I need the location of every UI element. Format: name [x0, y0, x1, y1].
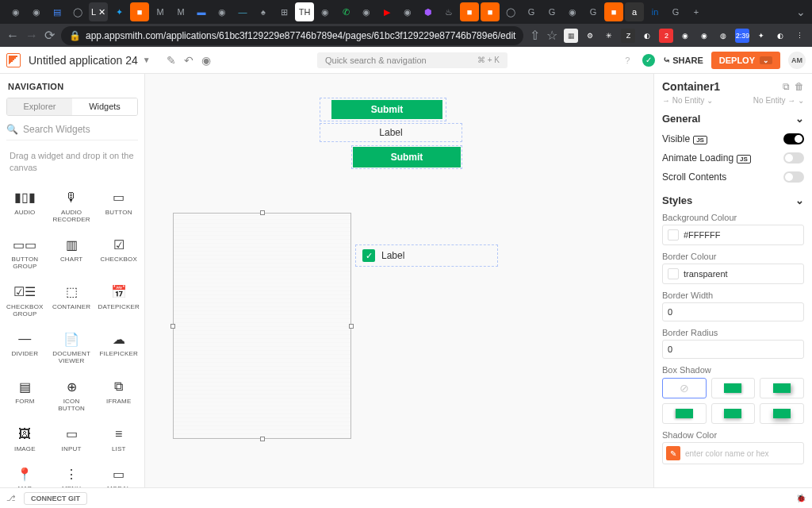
widget-list[interactable]: ≡LIST: [96, 421, 141, 458]
tab-icon[interactable]: ♨: [439, 2, 458, 21]
widget-container[interactable]: ⬚CONTAINER: [50, 279, 94, 323]
tab-icon[interactable]: ◯: [501, 2, 520, 21]
submit-button[interactable]: Submit: [331, 100, 442, 119]
checkbox-widget[interactable]: ✓ Label: [355, 244, 498, 267]
entity-left[interactable]: → No Entity ⌄: [662, 96, 713, 105]
section-general[interactable]: General ⌄: [662, 113, 804, 125]
widget-map[interactable]: 📍MAP: [3, 460, 47, 487]
tab-icon[interactable]: ◉: [398, 2, 417, 21]
tab-icon[interactable]: TH: [295, 2, 314, 21]
tab-icon[interactable]: ◉: [6, 2, 25, 21]
url-bar[interactable]: 🔒 app.appsmith.com/applications/61bc3f12…: [61, 26, 523, 45]
new-tab-button[interactable]: +: [687, 2, 706, 21]
shadow-option[interactable]: [760, 403, 804, 424]
tab-icon[interactable]: ✆: [336, 2, 355, 21]
tab-icon[interactable]: M: [151, 2, 170, 21]
widget-button-group[interactable]: ▭▭BUTTON GROUP: [3, 231, 47, 275]
git-icon[interactable]: ⎇: [6, 494, 16, 502]
tab-icon[interactable]: —: [233, 2, 252, 21]
tab-icon[interactable]: a: [625, 2, 644, 21]
tab-icon[interactable]: ⬢: [419, 2, 438, 21]
share-browser-icon[interactable]: ⇧: [530, 28, 540, 44]
ext-icon[interactable]: ◉: [678, 29, 692, 43]
quick-search[interactable]: Quick search & navigation ⌘ + K: [317, 52, 508, 68]
border-width-input[interactable]: 0: [662, 302, 804, 321]
widget-datepicker[interactable]: 📅DATEPICKER: [96, 279, 141, 323]
star-icon[interactable]: ☆: [546, 28, 557, 44]
ext-icon[interactable]: ◉: [697, 29, 711, 43]
tab-icon[interactable]: ▤: [48, 2, 67, 21]
widget-chart[interactable]: ▥CHART: [50, 231, 94, 275]
scroll-toggle[interactable]: [783, 171, 804, 183]
back-button[interactable]: ←: [6, 28, 19, 44]
shadow-none[interactable]: ⊘: [662, 378, 707, 398]
deploy-button[interactable]: DEPLOY ⌄: [711, 52, 780, 69]
animate-toggle[interactable]: [783, 152, 804, 164]
copy-icon[interactable]: ⧉: [783, 81, 790, 92]
widget-image[interactable]: 🖼IMAGE: [3, 421, 47, 458]
extensions-icon[interactable]: ✦: [754, 29, 768, 43]
widget-button[interactable]: ▭BUTTON: [96, 184, 141, 229]
resize-handle[interactable]: [170, 324, 175, 329]
tab-icon[interactable]: M: [171, 2, 190, 21]
widget-menu[interactable]: ⋮MENU: [50, 460, 94, 487]
widget-audio[interactable]: ▮▯▮AUDIO: [3, 184, 47, 229]
tab-icon[interactable]: ■: [130, 2, 149, 21]
resize-handle[interactable]: [349, 324, 354, 329]
connect-git-button[interactable]: CONNECT GIT: [24, 492, 87, 505]
tab-icon[interactable]: G: [666, 2, 685, 21]
tab-icon[interactable]: G: [584, 2, 603, 21]
menu-icon[interactable]: ⋮: [792, 29, 806, 43]
visible-toggle[interactable]: [783, 133, 804, 144]
widget-input[interactable]: ▭INPUT: [50, 421, 94, 458]
avatar[interactable]: AM: [788, 52, 806, 69]
tab-icon[interactable]: ◉: [357, 2, 376, 21]
delete-icon[interactable]: 🗑: [795, 81, 804, 92]
tab-icon[interactable]: ▶: [377, 2, 396, 21]
time-badge[interactable]: 2:39: [735, 29, 749, 43]
ext-icon[interactable]: ✳: [602, 29, 616, 43]
js-badge[interactable]: JS: [737, 155, 751, 164]
container-widget[interactable]: [173, 213, 351, 439]
widget-checkbox-group[interactable]: ☑☰CHECKBOX GROUP: [3, 279, 47, 323]
shadow-option[interactable]: [760, 378, 804, 398]
shadow-option[interactable]: [711, 403, 756, 424]
bg-color-input[interactable]: #FFFFFF: [662, 225, 804, 245]
border-color-input[interactable]: transparent: [662, 264, 804, 284]
ext-icon[interactable]: Z: [621, 29, 635, 43]
tab-active[interactable]: L ✕: [89, 2, 108, 21]
ext-icon[interactable]: 2: [659, 29, 673, 43]
submit-button[interactable]: Submit: [353, 147, 461, 167]
share-button[interactable]: ⤿ SHARE: [663, 55, 703, 65]
widget-checkbox[interactable]: ☑CHECKBOX: [96, 231, 141, 275]
profile-icon[interactable]: ◐: [773, 29, 787, 43]
widget-form[interactable]: ▤FORM: [3, 373, 47, 418]
tab-icon[interactable]: ■: [604, 2, 623, 21]
tab-icon[interactable]: ◉: [213, 2, 232, 21]
edit-icon[interactable]: ✎: [167, 54, 176, 67]
widget-iframe[interactable]: ⧉IFRAME: [96, 373, 141, 418]
preview-icon[interactable]: ◉: [201, 54, 211, 67]
tab-icon[interactable]: ■: [460, 2, 479, 21]
resize-handle[interactable]: [260, 210, 265, 215]
section-styles[interactable]: Styles ⌄: [662, 194, 804, 206]
debug-icon[interactable]: 🐞: [796, 494, 806, 502]
ext-icon[interactable]: ◐: [640, 29, 654, 43]
tab-widgets[interactable]: Widgets: [72, 98, 137, 115]
widget-icon-button[interactable]: ⊕ICON BUTTON: [50, 373, 94, 418]
tab-overflow-chevron[interactable]: ⌄: [796, 6, 806, 18]
tab-icon[interactable]: G: [542, 2, 561, 21]
tab-icon[interactable]: ⊞: [274, 2, 293, 21]
tab-icon[interactable]: ▬: [192, 2, 211, 21]
tab-icon[interactable]: ◉: [27, 2, 46, 21]
search-widgets-input[interactable]: 🔍 Search Widgets: [6, 124, 138, 140]
undo-icon[interactable]: ↶: [184, 54, 193, 67]
tab-icon[interactable]: ✦: [109, 2, 128, 21]
canvas[interactable]: Submit Label Submit ✓ Label: [145, 74, 653, 487]
border-radius-input[interactable]: 0: [662, 340, 804, 359]
reload-button[interactable]: ⟳: [44, 28, 55, 44]
js-badge[interactable]: JS: [693, 136, 707, 144]
ext-icon[interactable]: ◍: [716, 29, 730, 43]
tab-explorer[interactable]: Explorer: [7, 98, 72, 115]
widget-divider[interactable]: —DIVIDER: [3, 325, 47, 370]
